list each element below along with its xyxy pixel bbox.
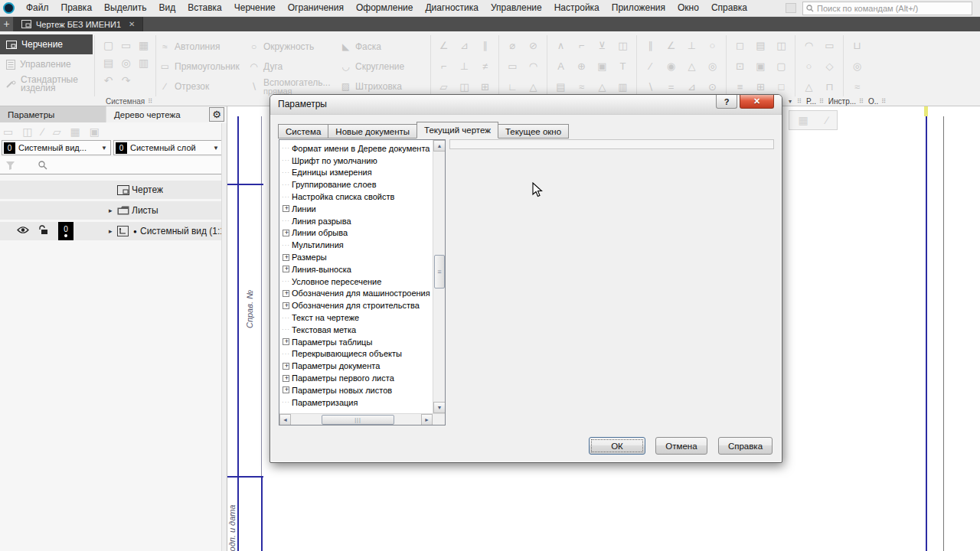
dialog-close-button[interactable]: ✕	[740, 95, 774, 109]
tool-icon[interactable]: ⊓	[819, 77, 840, 97]
settings-tree-item[interactable]: Условное пересечение	[282, 276, 432, 288]
current-layer-dropdown[interactable]: 0 Системный слой ▼	[113, 140, 223, 155]
settings-tree-item[interactable]: Формат имени в Дереве документа	[282, 142, 432, 155]
expand-arrow-icon[interactable]: ▸	[109, 207, 113, 214]
system-tool-icon[interactable]: ▢	[100, 36, 117, 54]
tool-icon[interactable]: △	[799, 77, 819, 97]
expand-plus-icon[interactable]	[283, 290, 289, 297]
ok-button[interactable]: ОК	[589, 437, 645, 455]
command-button[interactable]: ∕ Отрезок	[159, 77, 248, 96]
chevron-down-icon[interactable]: ▾	[789, 98, 792, 105]
tool-icon[interactable]: ▣	[592, 56, 612, 77]
panel-scrollbar[interactable]	[221, 123, 227, 551]
settings-tree-item[interactable]: Текст на чертеже	[282, 311, 432, 324]
tool-icon[interactable]: ⊥	[681, 35, 702, 56]
mini-tool-icon[interactable]: ∕	[826, 114, 828, 126]
expand-plus-icon[interactable]	[283, 338, 289, 345]
tool-icon[interactable]: ⌐	[433, 56, 454, 77]
expand-plus-icon[interactable]	[283, 205, 289, 212]
gear-icon[interactable]: ⚙	[209, 107, 224, 122]
dialog-tab-new-documents[interactable]: Новые документы	[328, 124, 417, 139]
tool-icon[interactable]: ◫	[612, 35, 633, 56]
vertical-scrollbar[interactable]: ▲ ≡ ▼	[433, 140, 445, 413]
system-tool-icon[interactable]: ◎	[117, 54, 135, 71]
settings-tree-item[interactable]: Мультилиния	[282, 239, 432, 251]
tool-icon[interactable]: ⌀	[502, 35, 523, 56]
tool-icon[interactable]: ∥	[475, 35, 495, 56]
menu-item[interactable]: Вид	[152, 0, 181, 16]
menu-item[interactable]: Ограничения	[282, 0, 350, 16]
document-tab[interactable]: Чертеж БЕЗ ИМЕНИ1 ✕	[14, 17, 143, 31]
expand-plus-icon[interactable]	[283, 302, 289, 309]
expand-plus-icon[interactable]	[283, 386, 289, 393]
command-button[interactable]: ≈ Автолиния	[159, 37, 248, 57]
panel-tool-icon[interactable]: ▦	[70, 126, 80, 138]
search-input[interactable]	[817, 4, 969, 13]
scroll-up-icon[interactable]: ▲	[433, 140, 446, 152]
tool-icon[interactable]: А	[550, 56, 571, 77]
scroll-left-icon[interactable]: ◄	[279, 414, 291, 425]
menu-item[interactable]: Диагностика	[419, 0, 485, 16]
tool-icon[interactable]: ◠	[523, 56, 544, 77]
grip-icon[interactable]: ⠿	[881, 98, 885, 105]
dialog-tab-current-window[interactable]: Текущее окно	[498, 124, 569, 139]
mode-tab-standard-parts[interactable]: Стандартные изделия	[0, 73, 93, 96]
grip-icon[interactable]: ⠿	[859, 98, 863, 105]
tool-icon[interactable]: ◇	[819, 56, 840, 77]
menu-item[interactable]: Черчение	[228, 0, 282, 16]
grip-icon[interactable]: ⠿	[797, 98, 801, 105]
expand-plus-icon[interactable]	[283, 266, 289, 272]
menu-item[interactable]: Выделить	[98, 0, 152, 16]
tool-icon[interactable]: ◻	[730, 35, 750, 56]
panel-tool-icon[interactable]: ∕	[41, 126, 43, 138]
tool-icon[interactable]: ▭	[819, 35, 840, 56]
system-tool-icon[interactable]: ▤	[100, 54, 117, 71]
panel-toggle-icon[interactable]	[786, 3, 796, 13]
settings-tree-item[interactable]: Линии обрыва	[282, 227, 432, 240]
menu-item[interactable]: Справка	[705, 0, 753, 16]
settings-tree-item[interactable]: Параметризация	[282, 396, 432, 409]
mini-tool-icon[interactable]: ▦	[799, 114, 808, 126]
grip-icon[interactable]: ⠿	[819, 98, 823, 105]
settings-tree-item[interactable]: Обозначения для строительства	[282, 299, 432, 311]
tab-close-icon[interactable]: ✕	[129, 20, 135, 28]
horizontal-scrollbar[interactable]: ◄ ||| ►	[279, 413, 445, 425]
tool-icon[interactable]: ◉	[661, 56, 681, 77]
panel-tab-drawing-tree[interactable]: Дерево чертежа	[106, 106, 208, 122]
cancel-button[interactable]: Отмена	[655, 437, 707, 455]
new-document-button[interactable]: +	[0, 17, 14, 31]
settings-tree-item[interactable]: Единицы измерения	[282, 167, 432, 179]
settings-tree-item[interactable]: Параметры документа	[282, 360, 432, 372]
expand-plus-icon[interactable]	[283, 363, 289, 370]
settings-tree-item[interactable]: Линия разрыва	[282, 215, 432, 227]
settings-tree-item[interactable]: Линия-выноска	[282, 263, 432, 276]
menu-item[interactable]: Управление	[485, 0, 548, 16]
unlock-icon[interactable]	[38, 225, 49, 237]
settings-tree-item[interactable]: Размеры	[282, 251, 432, 263]
tool-icon[interactable]: ⊡	[730, 56, 750, 77]
mode-tab-drawing[interactable]: Черчение	[0, 34, 93, 54]
tool-icon[interactable]: ◫	[771, 35, 792, 56]
tool-icon[interactable]: ≈	[847, 77, 867, 97]
settings-tree-item[interactable]: Параметры таблицы	[282, 336, 432, 348]
tool-icon[interactable]: ⊔	[847, 35, 867, 56]
system-tool-icon[interactable]: ▥	[135, 54, 152, 71]
settings-tree-item[interactable]: Текстовая метка	[282, 324, 432, 336]
panel-tool-icon[interactable]: ◫	[22, 126, 32, 138]
dialog-tab-system[interactable]: Система	[278, 124, 328, 139]
expand-arrow-icon[interactable]: ▸	[109, 227, 113, 235]
tree-row-sheets[interactable]: ▸ Листы	[0, 201, 222, 220]
settings-tree-item[interactable]: Группирование слоев	[282, 178, 432, 191]
panel-tool-icon[interactable]: ▭	[3, 126, 13, 138]
tool-icon[interactable]: ◎	[702, 56, 723, 77]
help-button[interactable]: Справка	[718, 437, 773, 455]
tool-icon[interactable]: ▢	[771, 56, 792, 77]
menu-item[interactable]: Оформление	[350, 0, 419, 16]
settings-tree-item[interactable]: Настройка списка свойств	[282, 191, 432, 203]
tree-row-drawing[interactable]: Чертеж	[0, 181, 222, 199]
panel-tab-parameters[interactable]: Параметры	[0, 106, 106, 122]
tool-icon[interactable]: △	[681, 56, 702, 77]
tool-icon[interactable]: ∠	[433, 35, 454, 56]
tool-icon[interactable]: ∕	[640, 56, 661, 77]
scrollbar-thumb[interactable]: |||	[322, 415, 394, 425]
